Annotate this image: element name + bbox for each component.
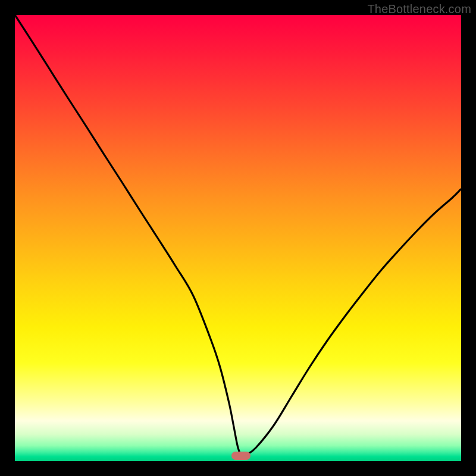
plot-area bbox=[15, 15, 461, 461]
watermark-text: TheBottleneck.com bbox=[367, 2, 471, 16]
curve-svg bbox=[15, 15, 461, 461]
bottleneck-marker bbox=[231, 452, 250, 460]
bottleneck-curve-line bbox=[15, 15, 461, 457]
bottleneck-chart: TheBottleneck.com bbox=[0, 0, 476, 476]
